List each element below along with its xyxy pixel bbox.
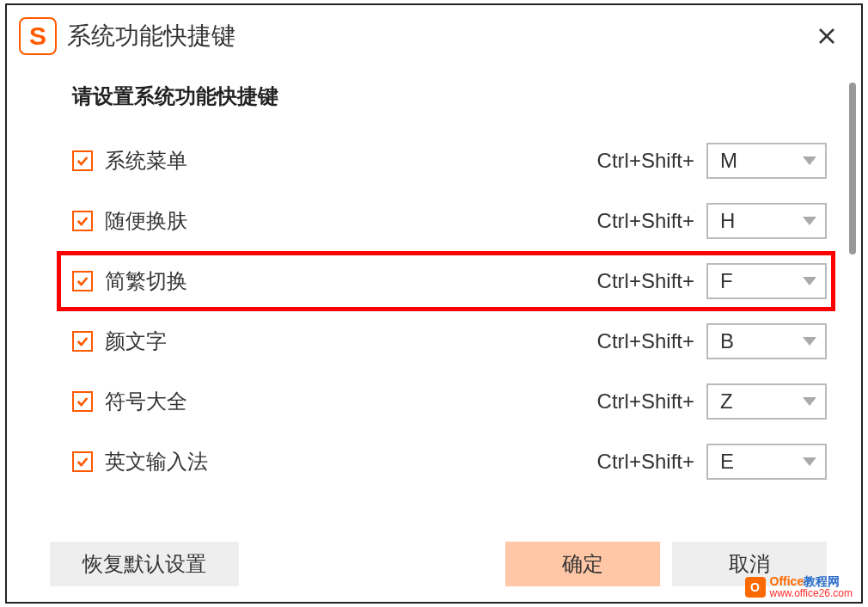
watermark: O Office教程网 www.office26.com (745, 574, 853, 600)
chevron-down-icon (803, 457, 816, 466)
shortcut-key-select[interactable]: H (706, 203, 827, 239)
shortcut-checkbox[interactable] (72, 451, 93, 472)
check-icon (76, 214, 89, 228)
dialog-footer: 恢复默认设置 确定 取消 (7, 542, 861, 586)
ok-button[interactable]: 确定 (505, 542, 660, 586)
shortcut-key-select[interactable]: F (706, 263, 827, 299)
chevron-down-icon (803, 337, 816, 346)
close-icon (816, 26, 837, 46)
watermark-icon: O (745, 577, 766, 598)
shortcut-key-select[interactable]: M (706, 143, 827, 179)
shortcut-label: 系统菜单 (105, 147, 585, 175)
shortcut-label: 英文输入法 (105, 448, 585, 475)
scrollbar-thumb[interactable] (849, 83, 856, 254)
shortcut-row: 系统菜单Ctrl+Shift+M (72, 131, 827, 191)
check-icon (76, 154, 89, 168)
check-icon (76, 455, 89, 469)
shortcut-key-value: E (720, 450, 796, 474)
chevron-down-icon (803, 156, 816, 165)
shortcut-label: 简繁切换 (105, 267, 585, 295)
chevron-down-icon (803, 277, 816, 285)
shortcut-modifier: Ctrl+Shift+ (597, 209, 694, 233)
watermark-url: www.office26.com (770, 588, 853, 600)
shortcut-key-select[interactable]: B (706, 323, 827, 359)
shortcut-key-value: M (720, 149, 796, 173)
shortcut-checkbox[interactable] (72, 271, 93, 291)
shortcut-key-select[interactable]: Z (706, 383, 827, 420)
chevron-down-icon (803, 217, 816, 225)
shortcut-checkbox[interactable] (72, 331, 93, 352)
shortcut-key-value: Z (720, 389, 796, 414)
shortcut-modifier: Ctrl+Shift+ (597, 269, 694, 293)
app-icon: S (19, 17, 57, 55)
app-icon-letter: S (29, 21, 46, 51)
shortcut-row: 颜文字Ctrl+Shift+B (72, 311, 827, 371)
shortcut-label: 颜文字 (105, 328, 585, 355)
check-icon (76, 395, 89, 408)
shortcut-row: 符号大全Ctrl+Shift+Z (72, 371, 827, 432)
shortcut-modifier: Ctrl+Shift+ (597, 450, 694, 474)
shortcut-key-value: H (720, 209, 796, 233)
shortcut-checkbox[interactable] (72, 150, 93, 171)
shortcut-checkbox[interactable] (72, 391, 93, 412)
shortcut-row: 简繁切换Ctrl+Shift+F (57, 251, 835, 311)
dialog-subtitle: 请设置系统功能快捷键 (72, 83, 861, 110)
check-icon (76, 334, 89, 348)
shortcut-key-value: B (720, 329, 796, 353)
title-bar: S 系统功能快捷键 (7, 5, 861, 62)
shortcut-key-value: F (720, 269, 796, 293)
shortcut-modifier: Ctrl+Shift+ (597, 389, 694, 414)
watermark-brand: Office教程网 (770, 574, 853, 588)
dialog-title: 系统功能快捷键 (67, 20, 799, 52)
shortcut-checkbox[interactable] (72, 211, 93, 231)
shortcut-label: 随便换肤 (105, 207, 585, 235)
shortcut-list: 系统菜单Ctrl+Shift+M随便换肤Ctrl+Shift+H简繁切换Ctrl… (7, 131, 861, 492)
restore-defaults-button[interactable]: 恢复默认设置 (50, 542, 239, 586)
close-button[interactable] (810, 19, 844, 53)
dialog-window: S 系统功能快捷键 请设置系统功能快捷键 系统菜单Ctrl+Shift+M随便换… (5, 3, 863, 604)
shortcut-row: 随便换肤Ctrl+Shift+H (72, 191, 827, 251)
shortcut-label: 符号大全 (105, 388, 585, 415)
shortcut-row: 英文输入法Ctrl+Shift+E (72, 432, 827, 492)
shortcut-modifier: Ctrl+Shift+ (597, 329, 694, 353)
shortcut-key-select[interactable]: E (706, 444, 827, 480)
shortcut-modifier: Ctrl+Shift+ (597, 149, 694, 173)
check-icon (76, 274, 89, 288)
chevron-down-icon (803, 397, 816, 406)
